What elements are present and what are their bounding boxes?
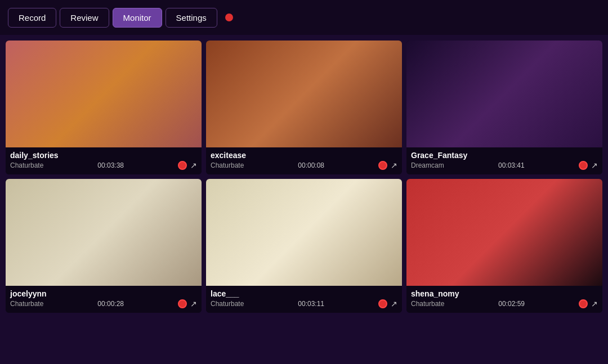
card-bottom-row: Chaturbate00:03:11↗︎ bbox=[211, 299, 397, 308]
record-button[interactable] bbox=[378, 161, 387, 170]
navbar: RecordReviewMonitorSettings bbox=[0, 0, 608, 35]
card-name: jocelyynn bbox=[10, 289, 197, 298]
card-time: 00:03:38 bbox=[97, 161, 124, 169]
card-thumbnail bbox=[6, 41, 202, 147]
record-button[interactable] bbox=[178, 161, 187, 170]
record-button[interactable] bbox=[579, 161, 588, 170]
card-site: Chaturbate bbox=[411, 300, 444, 308]
card-name: excitease bbox=[211, 151, 397, 160]
card-name: Grace_Fantasy bbox=[411, 151, 598, 160]
card-time: 00:02:59 bbox=[498, 300, 525, 308]
open-external-icon[interactable]: ↗︎ bbox=[591, 161, 598, 170]
card-site: Chaturbate bbox=[10, 300, 43, 308]
open-external-icon[interactable]: ↗︎ bbox=[190, 299, 197, 308]
nav-tab-settings[interactable]: Settings bbox=[166, 8, 217, 28]
card-site: Chaturbate bbox=[10, 161, 43, 169]
open-external-icon[interactable]: ↗︎ bbox=[591, 299, 598, 308]
card-bottom-row: Chaturbate00:00:28↗︎ bbox=[10, 299, 197, 308]
card-time: 00:00:08 bbox=[298, 161, 324, 169]
card-thumbnail bbox=[406, 41, 602, 147]
card-time: 00:03:11 bbox=[298, 300, 324, 308]
record-button[interactable] bbox=[378, 299, 387, 308]
video-card: lace___Chaturbate00:03:11↗︎ bbox=[206, 179, 402, 313]
open-external-icon[interactable]: ↗︎ bbox=[190, 161, 197, 170]
card-name: daily_stories bbox=[10, 151, 197, 160]
nav-tab-review[interactable]: Review bbox=[60, 8, 109, 28]
card-thumbnail bbox=[206, 41, 402, 147]
card-bottom-row: Chaturbate00:03:38↗︎ bbox=[10, 161, 197, 170]
nav-tab-monitor[interactable]: Monitor bbox=[113, 8, 162, 28]
card-bottom-row: Dreamcam00:03:41↗︎ bbox=[411, 161, 598, 170]
video-card: jocelyynnChaturbate00:00:28↗︎ bbox=[6, 179, 202, 313]
card-actions: ↗︎ bbox=[579, 161, 598, 170]
card-site: Chaturbate bbox=[211, 161, 244, 169]
card-actions: ↗︎ bbox=[378, 161, 397, 170]
video-card: shena_nomyChaturbate00:02:59↗︎ bbox=[406, 179, 602, 313]
card-bottom-row: Chaturbate00:00:08↗︎ bbox=[211, 161, 397, 170]
card-name: shena_nomy bbox=[411, 289, 598, 298]
video-card: exciteaseChaturbate00:00:08↗︎ bbox=[206, 41, 402, 174]
card-actions: ↗︎ bbox=[378, 299, 397, 308]
video-card: Grace_FantasyDreamcam00:03:41↗︎ bbox=[406, 41, 602, 174]
record-button[interactable] bbox=[579, 299, 588, 308]
card-thumbnail bbox=[406, 179, 602, 286]
card-time: 00:00:28 bbox=[97, 300, 124, 308]
card-site: Chaturbate bbox=[211, 300, 244, 308]
card-name: lace___ bbox=[211, 289, 397, 298]
video-card: daily_storiesChaturbate00:03:38↗︎ bbox=[6, 41, 202, 174]
nav-tab-record[interactable]: Record bbox=[8, 8, 56, 28]
live-indicator bbox=[225, 14, 233, 21]
video-grid: daily_storiesChaturbate00:03:38↗︎excitea… bbox=[0, 35, 608, 318]
card-thumbnail bbox=[206, 179, 402, 286]
card-actions: ↗︎ bbox=[579, 299, 598, 308]
card-thumbnail bbox=[6, 179, 202, 286]
card-bottom-row: Chaturbate00:02:59↗︎ bbox=[411, 299, 598, 308]
card-actions: ↗︎ bbox=[178, 299, 197, 308]
open-external-icon[interactable]: ↗︎ bbox=[391, 299, 397, 308]
card-actions: ↗︎ bbox=[178, 161, 197, 170]
open-external-icon[interactable]: ↗︎ bbox=[391, 161, 397, 170]
record-button[interactable] bbox=[178, 299, 187, 308]
card-site: Dreamcam bbox=[411, 161, 444, 169]
card-time: 00:03:41 bbox=[498, 161, 525, 169]
